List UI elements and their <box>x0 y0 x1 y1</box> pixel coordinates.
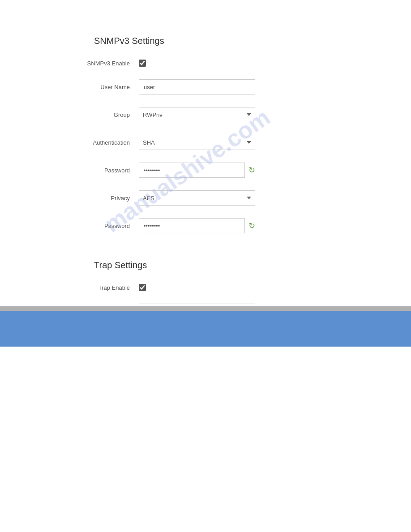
priv-password-row: Password ↻ <box>0 218 411 233</box>
group-label: Group <box>0 112 139 118</box>
privacy-row: Privacy AES DES None <box>0 190 411 206</box>
trap-enable-checkbox[interactable] <box>139 284 146 291</box>
trap-section-title: Trap Settings <box>94 260 411 270</box>
bottom-bar <box>0 311 411 347</box>
group-select[interactable]: RWPriv RWAuth ROnly <box>139 107 255 122</box>
authentication-control: SHA MD5 None <box>139 135 255 150</box>
priv-password-label: Password <box>0 223 139 229</box>
auth-password-wrapper: ↻ <box>139 163 255 178</box>
bottom-bar-separator <box>0 306 411 311</box>
trap-enable-row: Trap Enable <box>0 284 411 291</box>
trap-enable-control <box>139 284 255 291</box>
priv-password-wrapper: ↻ <box>139 218 255 233</box>
username-input[interactable] <box>139 79 255 94</box>
username-label: User Name <box>0 84 139 90</box>
priv-password-refresh-icon[interactable]: ↻ <box>248 221 255 231</box>
auth-password-control: ↻ <box>139 163 255 178</box>
auth-password-input[interactable] <box>139 163 245 178</box>
snmpv3-enable-label: SNMPv3 Enable <box>0 60 139 67</box>
priv-password-input[interactable] <box>139 218 245 233</box>
authentication-row: Authentication SHA MD5 None <box>0 135 411 150</box>
username-row: User Name <box>0 79 411 94</box>
privacy-label: Privacy <box>0 195 139 202</box>
privacy-select[interactable]: AES DES None <box>139 190 255 206</box>
auth-password-label: Password <box>0 167 139 174</box>
trap-enable-label: Trap Enable <box>0 284 139 291</box>
snmpv3-enable-control <box>139 60 255 67</box>
privacy-control: AES DES None <box>139 190 255 206</box>
authentication-label: Authentication <box>0 139 139 146</box>
snmpv3-enable-checkbox[interactable] <box>139 60 146 67</box>
group-row: Group RWPriv RWAuth ROnly <box>0 107 411 122</box>
group-control: RWPriv RWAuth ROnly <box>139 107 255 122</box>
auth-password-row: Password ↻ <box>0 163 411 178</box>
username-control <box>139 79 255 94</box>
snmpv3-section: SNMPv3 Settings SNMPv3 Enable User Name … <box>0 36 411 233</box>
snmpv3-section-title: SNMPv3 Settings <box>94 36 411 46</box>
auth-password-refresh-icon[interactable]: ↻ <box>248 165 255 175</box>
snmpv3-enable-row: SNMPv3 Enable <box>0 60 411 67</box>
priv-password-control: ↻ <box>139 218 255 233</box>
authentication-select[interactable]: SHA MD5 None <box>139 135 255 150</box>
